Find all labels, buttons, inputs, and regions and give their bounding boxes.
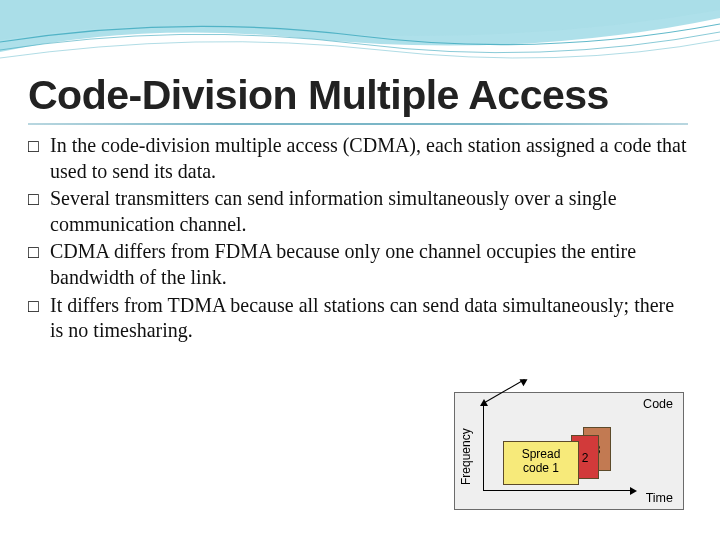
axis-z-line (483, 379, 525, 404)
bullet-item: In the code-division multiple access (CD… (28, 133, 692, 184)
arrow-right-icon (630, 487, 637, 495)
arrow-up-icon (480, 399, 488, 406)
cdma-diagram: Frequency Code Time 3 2 Spread code 1 (454, 392, 684, 510)
bullet-item: Several transmitters can send informatio… (28, 186, 692, 237)
spread-code-1-label-line1: Spread (504, 448, 578, 462)
arrow-diag-icon (519, 376, 529, 386)
bullet-list: In the code-division multiple access (CD… (28, 133, 692, 344)
bullet-item: It differs from TDMA because all station… (28, 293, 692, 344)
axis-y-line (483, 403, 484, 491)
bullet-item: CDMA differs from FDMA because only one … (28, 239, 692, 290)
axis-frequency-label: Frequency (459, 417, 473, 497)
slide-content: Code-Division Multiple Access In the cod… (0, 0, 720, 344)
axis-time-label: Time (646, 491, 673, 505)
axis-x-line (483, 490, 633, 491)
axis-code-label: Code (643, 397, 673, 411)
slide-title: Code-Division Multiple Access (28, 72, 692, 119)
title-underline (28, 123, 688, 125)
spread-code-1-card: Spread code 1 (503, 441, 579, 485)
spread-code-1-label-line2: code 1 (504, 462, 578, 476)
